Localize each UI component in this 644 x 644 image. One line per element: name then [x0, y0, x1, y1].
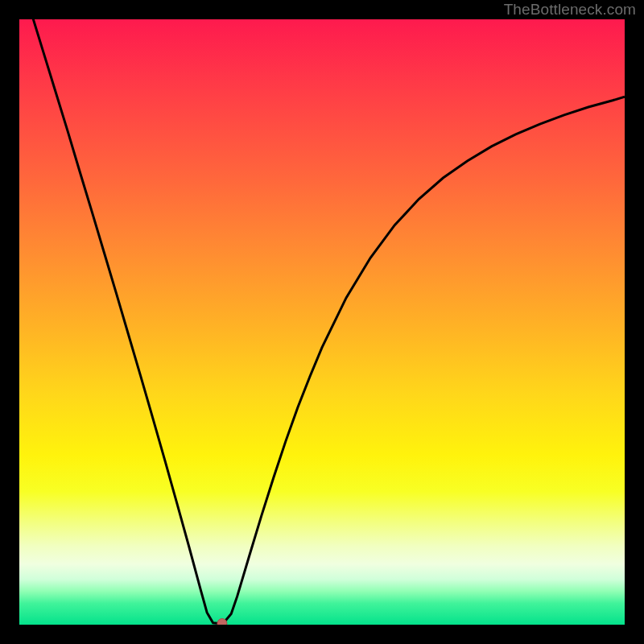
chart-frame: TheBottleneck.com [0, 0, 644, 644]
plot-area [19, 19, 625, 625]
bottleneck-curve [19, 19, 625, 625]
minimum-marker [217, 619, 227, 625]
watermark-text: TheBottleneck.com [504, 1, 636, 19]
